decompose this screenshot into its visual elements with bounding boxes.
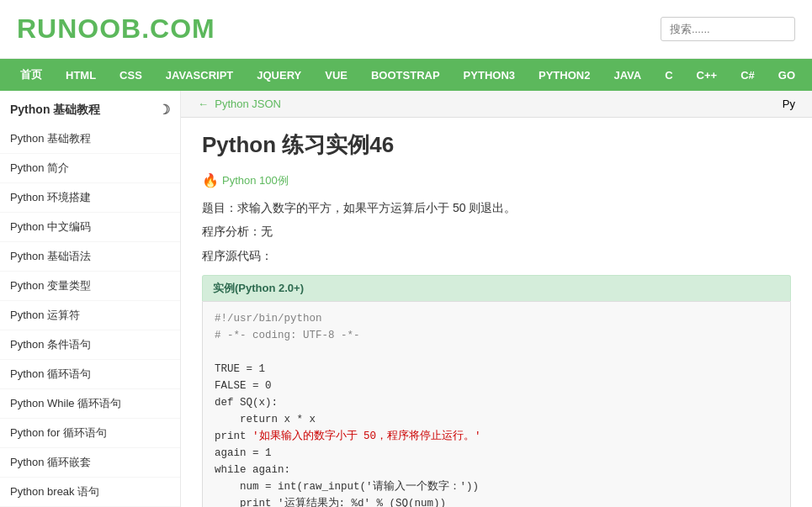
sidebar-item-types[interactable]: Python 变量类型: [0, 272, 180, 301]
article: Python 练习实例46 🔥 Python 100例 题目：求输入数字的平方，…: [181, 118, 812, 507]
sidebar: Python 基础教程 ☽ Python 基础教程Python 简介Python…: [0, 91, 181, 507]
nav-item-vue[interactable]: VUE: [313, 59, 359, 91]
sidebar-item-nested[interactable]: Python 循环嵌套: [0, 448, 180, 478]
nav-item-c[interactable]: C: [653, 59, 684, 91]
search-input[interactable]: [661, 17, 795, 41]
nav-item-go[interactable]: GO: [767, 59, 807, 91]
sidebar-item-operators[interactable]: Python 运算符: [0, 301, 180, 330]
nav-item-csharp[interactable]: C#: [729, 59, 767, 91]
sidebar-item-env[interactable]: Python 环境搭建: [0, 183, 180, 213]
content-nav: ← Python JSON Py: [181, 91, 812, 118]
code-section-title: 实例(Python 2.0+): [202, 275, 791, 301]
nav-item-css[interactable]: CSS: [108, 59, 154, 91]
header: RUNOOB.COM: [0, 0, 812, 59]
moon-icon[interactable]: ☽: [158, 102, 170, 118]
sidebar-item-basic[interactable]: Python 基础教程: [0, 124, 180, 154]
code-block: #!/usr/bin/python # -*- coding: UTF-8 -*…: [202, 301, 791, 507]
nav-item-java[interactable]: JAVA: [602, 59, 653, 91]
sidebar-item-loops[interactable]: Python 循环语句: [0, 360, 180, 389]
sidebar-item-syntax[interactable]: Python 基础语法: [0, 242, 180, 272]
logo-part1: RUNOOB: [17, 13, 141, 44]
desc3: 程序源代码：: [202, 246, 791, 265]
prev-link[interactable]: ← Python JSON: [198, 98, 281, 110]
nav-item-cpp[interactable]: C++: [685, 59, 730, 91]
article-title: Python 练习实例46: [202, 130, 791, 160]
desc2: 程序分析：无: [202, 222, 791, 240]
main-layout: Python 基础教程 ☽ Python 基础教程Python 简介Python…: [0, 91, 812, 507]
nav-item-python3[interactable]: PYTHON3: [452, 59, 527, 91]
nav-item-sq[interactable]: SQ: [807, 59, 812, 91]
sidebar-item-for[interactable]: Python for 循环语句: [0, 419, 180, 448]
nav-item-html[interactable]: HTML: [54, 59, 108, 91]
logo-part2: .COM: [141, 13, 215, 44]
sidebar-title: Python 基础教程 ☽: [0, 95, 180, 124]
sidebar-item-conditions[interactable]: Python 条件语句: [0, 330, 180, 360]
sidebar-item-intro[interactable]: Python 简介: [0, 154, 180, 183]
python100-link[interactable]: 🔥 Python 100例: [202, 172, 289, 188]
nav-item-js[interactable]: JAVASCRIPT: [154, 59, 245, 91]
prev-label: Python JSON: [215, 98, 281, 110]
nav-item-jquery[interactable]: JQUERY: [245, 59, 313, 91]
nav-item-bootstrap[interactable]: BOOTSTRAP: [359, 59, 452, 91]
python100-label: Python 100例: [222, 173, 289, 188]
next-label: Py: [783, 98, 795, 110]
logo: RUNOOB.COM: [17, 13, 215, 45]
sidebar-item-encoding[interactable]: Python 中文编码: [0, 213, 180, 242]
navbar: 首页HTMLCSSJAVASCRIPTJQUERYVUEBOOTSTRAPPYT…: [0, 59, 812, 91]
fire-icon: 🔥: [202, 172, 219, 188]
nav-item-home[interactable]: 首页: [8, 59, 54, 91]
content-area: ← Python JSON Py Python 练习实例46 🔥 Python …: [181, 91, 812, 507]
nav-item-python2[interactable]: PYTHON2: [527, 59, 602, 91]
sidebar-item-break[interactable]: Python break 语句: [0, 478, 180, 507]
sidebar-item-while[interactable]: Python While 循环语句: [0, 389, 180, 419]
prev-arrow: ←: [198, 98, 209, 110]
desc1: 题目：求输入数字的平方，如果平方运算后小于 50 则退出。: [202, 198, 791, 217]
